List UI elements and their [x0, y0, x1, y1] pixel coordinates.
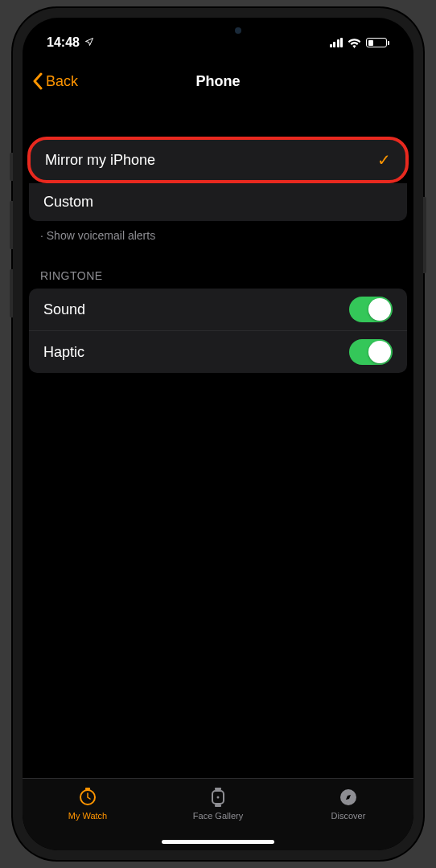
home-indicator[interactable]	[162, 840, 274, 844]
svg-rect-1	[85, 788, 90, 790]
status-time: 14:48	[47, 35, 80, 50]
back-label: Back	[46, 73, 78, 90]
compass-icon	[338, 787, 359, 808]
battery-icon	[366, 38, 389, 47]
tab-label: Discover	[331, 811, 366, 821]
nav-bar: Back Phone	[23, 56, 413, 106]
svg-rect-3	[215, 788, 221, 790]
phone-frame: 14:48	[13, 8, 423, 860]
phone-side-button-right	[423, 197, 426, 273]
toggle-knob	[368, 341, 391, 363]
option-label: Custom	[43, 194, 93, 211]
alerts-footer: · Show voicemail alerts	[23, 221, 413, 250]
screen: 14:48	[23, 18, 413, 850]
option-custom[interactable]: Custom	[29, 183, 407, 221]
location-arrow-icon	[84, 35, 94, 50]
option-mirror-iphone[interactable]: Mirror my iPhone ✓	[27, 137, 409, 183]
row-label: Haptic	[43, 344, 84, 361]
tab-label: My Watch	[68, 811, 108, 821]
notch	[134, 18, 302, 43]
front-camera	[235, 27, 241, 34]
chevron-left-icon	[32, 72, 43, 90]
tab-discover[interactable]: Discover	[300, 787, 397, 821]
back-button[interactable]: Back	[32, 72, 78, 90]
option-label: Mirror my iPhone	[45, 152, 155, 169]
ringtone-group: Sound Haptic	[23, 289, 413, 373]
content: Mirror my iPhone ✓ Custom · Show voicema…	[23, 137, 413, 373]
watch-face-icon	[208, 787, 228, 808]
tab-face-gallery[interactable]: Face Gallery	[170, 787, 266, 821]
watch-icon	[77, 787, 98, 808]
cellular-signal-icon	[330, 38, 343, 47]
alerts-group: Mirror my iPhone ✓ Custom	[23, 137, 413, 221]
tab-label: Face Gallery	[193, 811, 243, 821]
row-sound: Sound	[29, 289, 407, 331]
svg-rect-4	[215, 805, 221, 807]
phone-side-buttons-left	[10, 153, 13, 338]
checkmark-icon: ✓	[377, 150, 391, 170]
wifi-icon	[348, 38, 361, 48]
page-title: Phone	[195, 73, 240, 90]
toggle-sound[interactable]	[349, 297, 393, 322]
tab-my-watch[interactable]: My Watch	[39, 787, 136, 821]
toggle-haptic[interactable]	[349, 339, 393, 365]
svg-point-5	[217, 796, 220, 799]
toggle-knob	[368, 298, 391, 321]
row-label: Sound	[43, 301, 85, 318]
ringtone-header: RINGTONE	[23, 250, 413, 289]
row-haptic: Haptic	[29, 331, 407, 373]
